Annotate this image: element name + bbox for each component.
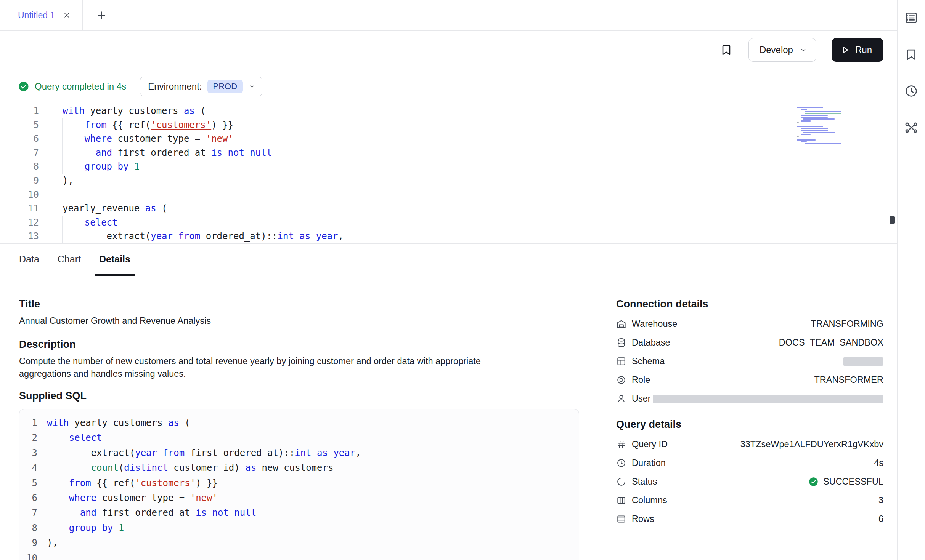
right-icon-rail <box>897 0 925 560</box>
environment-selector[interactable]: Environment: PROD <box>140 77 262 96</box>
detail-label: Schema <box>632 356 665 366</box>
line-number: 8 <box>0 160 39 174</box>
rows-row: Rows6 <box>616 510 883 528</box>
supplied-sql-line: 10 <box>19 551 579 560</box>
supplied-sql-line: 1with yearly_customers as ( <box>19 416 579 430</box>
detail-value: 4s <box>874 458 883 468</box>
tab-untitled-1[interactable]: Untitled 1 <box>0 0 83 30</box>
supplied-sql-line: 2 select <box>19 430 579 445</box>
new-tab-button[interactable] <box>83 0 120 30</box>
editor-code-line: 12 select <box>0 216 897 230</box>
line-number: 9 <box>19 536 37 550</box>
line-number: 6 <box>19 491 37 506</box>
editor-code-line: 10 <box>0 188 897 202</box>
detail-value: 3 <box>878 495 883 506</box>
redacted-value <box>843 357 883 366</box>
columns-icon <box>616 495 626 506</box>
line-number: 7 <box>0 146 39 160</box>
main-area: Untitled 1 Develop Run Query completed i… <box>0 0 897 560</box>
environment-badge: PROD <box>207 80 243 93</box>
editor-code-line: 9), <box>0 174 897 188</box>
schema-icon <box>616 356 626 366</box>
tab-details[interactable]: Details <box>95 244 135 276</box>
title-heading: Title <box>19 298 580 310</box>
queries-panel-icon[interactable] <box>904 11 919 25</box>
detail-label: Rows <box>632 514 654 524</box>
detail-label: Columns <box>632 495 667 506</box>
tab-data[interactable]: Data <box>15 244 43 276</box>
description-value: Compute the number of new customers and … <box>19 355 532 380</box>
status-row: Query completed in 4s Environment: PROD <box>0 69 897 104</box>
history-panel-icon[interactable] <box>904 84 919 98</box>
editor-code-line: 1with yearly_customers as ( <box>0 104 897 118</box>
tab-chart[interactable]: Chart <box>53 244 85 276</box>
play-icon <box>840 45 851 55</box>
query-details-heading: Query details <box>616 419 883 430</box>
line-number: 8 <box>19 521 37 536</box>
toolbar: Develop Run <box>0 31 897 69</box>
result-panel-tabs: DataChartDetails <box>0 244 897 276</box>
editor-code-line: 13 extract(year from ordered_at)::int as… <box>0 229 897 243</box>
details-right-column: Connection details WarehouseTRANSFORMING… <box>616 298 883 560</box>
detail-value: TRANSFORMER <box>814 375 883 385</box>
line-number: 11 <box>0 202 39 216</box>
detail-label: Database <box>632 338 670 348</box>
hash-icon <box>616 439 626 450</box>
connection-details-heading: Connection details <box>616 298 883 310</box>
check-circle-icon <box>18 81 29 92</box>
supplied-sql-line: 5 from {{ ref('customers') }} <box>19 476 579 491</box>
lineage-panel-icon[interactable] <box>904 120 919 135</box>
detail-label: Status <box>632 477 657 487</box>
line-number: 10 <box>0 188 39 202</box>
details-left-column: Title Annual Customer Growth and Revenue… <box>19 298 580 560</box>
user-icon <box>616 394 626 404</box>
supplied-sql-block: 1with yearly_customers as (2 select3 ext… <box>19 409 579 560</box>
detail-label: Warehouse <box>632 319 677 329</box>
description-heading: Description <box>19 339 580 350</box>
line-number: 2 <box>19 430 37 445</box>
loader-icon <box>616 477 626 487</box>
supplied-sql-line: 9), <box>19 536 579 550</box>
develop-dropdown[interactable]: Develop <box>748 38 816 62</box>
columns-row: Columns3 <box>616 491 883 510</box>
editor-code-line: 5 from {{ ref('customers') }} <box>0 118 897 132</box>
query-id-row: Query ID33TZseWpe1ALFDUYerxR1gVKxbv <box>616 435 883 454</box>
editor-scrollbar[interactable] <box>890 216 895 224</box>
bookmark-icon[interactable] <box>719 43 733 57</box>
develop-label: Develop <box>760 45 793 55</box>
run-label: Run <box>855 45 872 55</box>
line-number: 13 <box>0 229 39 243</box>
supplied-sql-line: 4 count(distinct customer_id) as new_cus… <box>19 461 579 475</box>
user-row: User <box>616 389 883 408</box>
chevron-down-icon <box>248 83 256 90</box>
details-panel: Title Annual Customer Growth and Revenue… <box>0 276 897 560</box>
line-number: 1 <box>19 416 37 430</box>
duration-row: Duration4s <box>616 454 883 472</box>
redacted-value <box>653 395 883 403</box>
bookmarks-panel-icon[interactable] <box>904 47 919 62</box>
query-status: Query completed in 4s <box>18 81 126 92</box>
supplied-sql-heading: Supplied SQL <box>19 390 580 402</box>
status-row: StatusSUCCESSFUL <box>616 472 883 491</box>
check-circle-icon <box>808 477 819 487</box>
database-icon <box>616 338 626 348</box>
warehouse-icon <box>616 319 626 329</box>
run-button[interactable]: Run <box>832 38 883 62</box>
detail-value: TRANSFORMING <box>811 319 883 329</box>
editor-minimap <box>797 107 841 147</box>
line-number: 1 <box>0 104 39 118</box>
close-tab-icon[interactable] <box>63 11 71 19</box>
sql-editor[interactable]: 1with yearly_customers as (5 from {{ ref… <box>0 104 897 244</box>
role-icon <box>616 375 626 385</box>
line-number: 6 <box>0 132 39 146</box>
editor-code-line: 11yearly_revenue as ( <box>0 202 897 216</box>
line-number: 5 <box>0 118 39 132</box>
line-number: 10 <box>19 551 37 560</box>
detail-label: Role <box>632 375 650 385</box>
database-row: DatabaseDOCS_TEAM_SANDBOX <box>616 333 883 352</box>
rows-icon <box>616 514 626 524</box>
line-number: 12 <box>0 216 39 230</box>
environment-label: Environment: <box>148 81 202 92</box>
editor-tab-bar: Untitled 1 <box>0 0 897 31</box>
line-number: 9 <box>0 174 39 188</box>
